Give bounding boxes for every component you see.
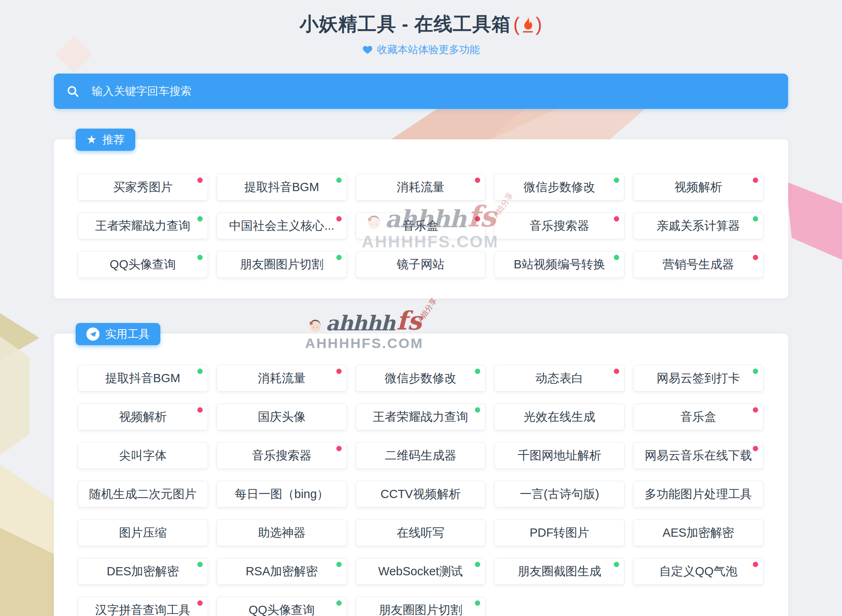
tool-label: DES加密解密 [107, 563, 179, 580]
tool-button[interactable]: 光效在线生成 [494, 404, 625, 430]
status-dot [753, 255, 758, 260]
status-dot [753, 407, 758, 413]
header: 小妖精工具 - 在线工具箱 ( ) 收藏本站体验更多功能 [0, 0, 842, 56]
tool-label: B站视频编号转换 [514, 256, 605, 273]
tool-button[interactable]: 中国社会主义核心... [217, 212, 347, 239]
tool-button[interactable]: 多功能图片处理工具 [633, 481, 763, 508]
tool-label: 微信步数修改 [524, 179, 595, 196]
subtitle-row: 收藏本站体验更多功能 [0, 43, 842, 56]
tools-grid-tools: 提取抖音BGM消耗流量微信步数修改动态表白网易云签到打卡视频解析国庆头像王者荣耀… [78, 365, 763, 616]
tool-button[interactable]: 音乐搜索器 [217, 442, 347, 469]
tool-button[interactable]: AES加密解密 [633, 519, 763, 546]
tool-button[interactable]: 一言(古诗句版) [494, 481, 625, 508]
tool-label: 朋友圈图片切割 [240, 256, 324, 273]
tool-button[interactable]: 营销号生成器 [633, 251, 763, 278]
subtitle[interactable]: 收藏本站体验更多功能 [377, 43, 480, 56]
tool-button[interactable]: CCTV视频解析 [356, 481, 486, 508]
search-input[interactable] [91, 85, 776, 98]
tool-button[interactable]: WebSocket测试 [356, 558, 486, 585]
tool-label: 网易云签到打卡 [657, 370, 740, 387]
tool-label: 买家秀图片 [113, 179, 173, 196]
tool-button[interactable]: 随机生成二次元图片 [78, 481, 208, 508]
tool-label: 图片压缩 [119, 525, 167, 541]
tool-label: 音乐盒 [402, 218, 438, 234]
badge-tools[interactable]: 实用工具 [76, 323, 160, 345]
tool-button[interactable]: 在线听写 [356, 519, 486, 546]
tool-button[interactable]: RSA加密解密 [217, 558, 347, 585]
tool-button[interactable]: 王者荣耀战力查询 [356, 404, 486, 430]
tool-button[interactable]: DES加密解密 [78, 558, 208, 585]
tool-label: 提取抖音BGM [105, 370, 180, 387]
tool-label: 王者荣耀战力查询 [373, 409, 468, 425]
tool-button[interactable]: 网易云音乐在线下载 [633, 442, 763, 469]
tool-button[interactable]: 汉字拼音查询工具 [78, 597, 208, 616]
search-bar[interactable] [54, 74, 788, 109]
tool-button[interactable]: QQ头像查询 [217, 597, 347, 616]
tool-label: 助选神器 [258, 525, 305, 541]
tool-label: 镜子网站 [397, 256, 444, 273]
search-icon [66, 85, 79, 98]
status-dot [336, 255, 342, 260]
tool-label: 二维码生成器 [385, 448, 456, 464]
tool-button[interactable]: 音乐搜索器 [494, 212, 625, 239]
tool-label: 自定义QQ气泡 [659, 563, 738, 580]
tool-label: 王者荣耀战力查询 [95, 218, 190, 234]
tool-button[interactable]: 提取抖音BGM [78, 365, 208, 392]
tool-button[interactable]: 尖叫字体 [78, 442, 208, 469]
badge-recommended[interactable]: ★ 推荐 [76, 129, 135, 151]
tool-label: 视频解析 [119, 409, 167, 425]
tool-button[interactable]: 微信步数修改 [356, 365, 486, 392]
tool-button[interactable]: 国庆头像 [217, 404, 347, 430]
tool-button[interactable]: 音乐盒 [633, 404, 763, 430]
tool-label: 光效在线生成 [524, 409, 595, 425]
tool-button[interactable]: 视频解析 [633, 174, 763, 201]
tool-button[interactable]: 每日一图（bing） [217, 481, 347, 508]
tool-label: 音乐盒 [680, 409, 716, 425]
star-icon: ★ [86, 134, 97, 145]
tool-button[interactable]: 朋友圈图片切割 [356, 597, 486, 616]
tool-button[interactable]: 镜子网站 [356, 251, 486, 278]
status-dot [753, 178, 758, 183]
tool-button[interactable]: 消耗流量 [356, 174, 486, 201]
tool-label: 尖叫字体 [119, 448, 167, 464]
tool-button[interactable]: 朋友圈截图生成 [494, 558, 625, 585]
badge-label: 推荐 [102, 132, 125, 147]
tool-label: 多功能图片处理工具 [645, 486, 752, 503]
status-dot [475, 178, 480, 183]
status-dot [197, 562, 203, 567]
tool-label: 动态表白 [536, 370, 583, 387]
tool-button[interactable]: 助选神器 [217, 519, 347, 546]
tool-button[interactable]: 王者荣耀战力查询 [78, 212, 208, 239]
tool-label: 视频解析 [675, 179, 722, 196]
tool-button[interactable]: 亲戚关系计算器 [633, 212, 763, 239]
tool-label: AES加密解密 [663, 525, 734, 541]
tool-button[interactable]: QQ头像查询 [78, 251, 208, 278]
tool-label: QQ头像查询 [249, 602, 315, 616]
tool-button[interactable]: 千图网地址解析 [494, 442, 625, 469]
tool-button[interactable]: 视频解析 [78, 404, 208, 430]
tool-label: 微信步数修改 [385, 370, 456, 387]
tool-button[interactable]: 图片压缩 [78, 519, 208, 546]
tool-label: RSA加密解密 [245, 563, 318, 580]
status-dot [753, 446, 758, 451]
tool-button[interactable]: 朋友圈图片切割 [217, 251, 347, 278]
tool-button[interactable]: 动态表白 [494, 365, 625, 392]
tool-button[interactable]: PDF转图片 [494, 519, 625, 546]
tool-button[interactable]: 买家秀图片 [78, 174, 208, 201]
tool-button[interactable]: 自定义QQ气泡 [633, 558, 763, 585]
tool-button[interactable]: 提取抖音BGM [217, 174, 347, 201]
tools-grid-recommended: 买家秀图片提取抖音BGM消耗流量微信步数修改视频解析王者荣耀战力查询中国社会主义… [78, 174, 763, 278]
tool-button[interactable]: 网易云签到打卡 [633, 365, 763, 392]
tool-button[interactable]: 二维码生成器 [356, 442, 486, 469]
status-dot [475, 216, 480, 221]
tool-button[interactable]: B站视频编号转换 [494, 251, 625, 278]
status-dot [197, 216, 203, 221]
tool-button[interactable]: 消耗流量 [217, 365, 347, 392]
section-card-recommended: ★ 推荐 买家秀图片提取抖音BGM消耗流量微信步数修改视频解析王者荣耀战力查询中… [54, 139, 788, 298]
status-dot [475, 562, 480, 567]
status-dot [197, 255, 203, 260]
tool-label: 消耗流量 [397, 179, 444, 196]
tool-button[interactable]: 微信步数修改 [494, 174, 625, 201]
tool-button[interactable]: 音乐盒 [356, 212, 486, 239]
section-card-tools: 实用工具 提取抖音BGM消耗流量微信步数修改动态表白网易云签到打卡视频解析国庆头… [54, 334, 788, 616]
